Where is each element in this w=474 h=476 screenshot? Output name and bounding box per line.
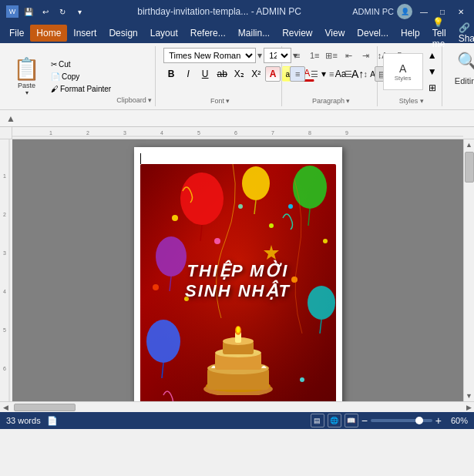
- vertical-scrollbar: ▲ ▼: [463, 139, 474, 401]
- document-scroll-area[interactable]: THIỆP MỜI SINH NHẬT: [12, 139, 463, 401]
- svg-point-20: [293, 166, 327, 209]
- menu-review[interactable]: Review: [276, 25, 318, 42]
- menu-help[interactable]: Help: [395, 25, 426, 42]
- clipboard-sub-buttons: ✂ Cut 📄 Copy 🖌 Format Painter: [45, 48, 115, 105]
- paste-label: Paste: [18, 82, 35, 89]
- find-replace-button[interactable]: 🔍: [450, 48, 474, 75]
- horizontal-scrollbar: ◀ ▶: [0, 401, 474, 412]
- ribbon-group-paragraph: ≡ 1≡ ⊞≡ ⇤ ⇥ ↕A ¶ ≡ ☰ ≡ ☰ ↕ ▤ ⊞: [285, 46, 378, 106]
- font-name-select[interactable]: Times New Roman: [163, 48, 256, 63]
- document-info-icon[interactable]: 📄: [47, 416, 58, 426]
- paste-button[interactable]: 📋 Paste ▾: [8, 48, 45, 105]
- svg-text:3: 3: [123, 130, 126, 136]
- zoom-minus-icon[interactable]: −: [361, 414, 368, 427]
- svg-text:2: 2: [3, 212, 6, 217]
- styles-label: Styles: [395, 75, 412, 82]
- scroll-up-button[interactable]: ▲: [464, 139, 475, 150]
- redo-btn[interactable]: ↻: [55, 5, 69, 18]
- multilevel-list-button[interactable]: ⊞≡: [324, 48, 339, 63]
- menu-design[interactable]: Design: [103, 25, 143, 42]
- menu-share[interactable]: 🔗 Share: [452, 19, 474, 47]
- align-center-button[interactable]: ☰: [307, 66, 322, 82]
- customize-btn[interactable]: ▾: [72, 5, 86, 18]
- print-layout-button[interactable]: ▤: [311, 414, 324, 427]
- decrease-indent-button[interactable]: ⇤: [341, 48, 356, 63]
- close-btn[interactable]: ✕: [454, 5, 468, 18]
- undo-btn[interactable]: ↩: [39, 5, 52, 18]
- numbering-button[interactable]: 1≡: [307, 48, 322, 63]
- svg-point-36: [269, 223, 274, 228]
- styles-expand[interactable]: ⊞: [425, 80, 440, 96]
- underline-button[interactable]: U: [197, 66, 213, 82]
- scroll-left-button[interactable]: ◀: [0, 402, 11, 413]
- line-spacing-button[interactable]: ↕: [358, 66, 373, 82]
- svg-text:7: 7: [271, 130, 274, 136]
- menu-references[interactable]: Refere...: [184, 25, 232, 42]
- word-count: 33 words: [6, 416, 41, 425]
- justify-button[interactable]: ☰: [341, 66, 356, 82]
- paragraph-group-label: Paragraph ▾: [312, 96, 351, 105]
- scroll-down-button[interactable]: ▼: [464, 391, 475, 401]
- admin-info: ADMIN PC 👤: [352, 4, 412, 19]
- format-painter-button[interactable]: 🖌 Format Painter: [47, 83, 115, 95]
- zoom-slider[interactable]: [371, 419, 432, 422]
- title-bar-title: birthday-invitation-templa... - ADMIN PC: [91, 6, 348, 17]
- quick-save-btn[interactable]: 💾: [22, 5, 35, 18]
- superscript-button[interactable]: X²: [248, 66, 264, 82]
- ruler-scrollbar-spacer: [463, 127, 474, 139]
- svg-point-39: [323, 239, 328, 243]
- text-effects-button[interactable]: A: [265, 66, 281, 82]
- web-layout-button[interactable]: 🌐: [328, 414, 341, 427]
- zoom-plus-icon[interactable]: +: [435, 414, 442, 427]
- zoom-level[interactable]: 60%: [445, 416, 468, 425]
- copy-button[interactable]: 📄 Copy: [47, 71, 115, 82]
- editing-label: Editing: [455, 76, 474, 85]
- ribbon-expand-icon[interactable]: ▲: [6, 113, 15, 124]
- menu-layout[interactable]: Layout: [144, 25, 184, 42]
- h-scroll-thumb[interactable]: [14, 404, 76, 411]
- ribbon-group-clipboard: 📋 Paste ▾ ✂ Cut 📄 Copy 🖌 Format Painter …: [5, 46, 156, 106]
- zoom-thumb[interactable]: [415, 417, 423, 424]
- svg-text:4: 4: [3, 289, 6, 294]
- bullets-button[interactable]: ≡: [290, 48, 305, 63]
- cut-button[interactable]: ✂ Cut: [47, 59, 115, 70]
- align-right-button[interactable]: ≡: [324, 66, 339, 82]
- strikethrough-button[interactable]: ab: [214, 66, 230, 82]
- menu-file[interactable]: File: [3, 25, 30, 42]
- read-mode-button[interactable]: 📖: [345, 414, 358, 427]
- svg-text:1: 1: [49, 130, 52, 136]
- subscript-button[interactable]: X₂: [231, 66, 247, 82]
- menu-insert[interactable]: Insert: [67, 25, 103, 42]
- font-name-dropdown-icon[interactable]: ▾: [257, 50, 262, 61]
- ribbon: 📋 Paste ▾ ✂ Cut 📄 Copy 🖌 Format Painter …: [0, 43, 474, 127]
- ribbon-bottom-bar: ▲: [0, 109, 474, 126]
- paste-icon: 📋: [13, 56, 40, 82]
- menu-home[interactable]: Home: [30, 25, 67, 42]
- italic-button[interactable]: I: [180, 66, 196, 82]
- styles-group-label: Styles ▾: [399, 96, 424, 105]
- svg-point-24: [242, 166, 270, 200]
- scroll-thumb[interactable]: [465, 152, 474, 183]
- card-title: THIỆP MỜI SINH NHẬT: [185, 261, 291, 301]
- svg-point-35: [291, 277, 298, 283]
- svg-text:6: 6: [3, 366, 6, 371]
- svg-point-26: [156, 236, 187, 277]
- paragraph-group-content: ≡ 1≡ ⊞≡ ⇤ ⇥ ↕A ¶ ≡ ☰ ≡ ☰ ↕ ▤ ⊞: [290, 48, 372, 96]
- title-bar: W 💾 ↩ ↻ ▾ birthday-invitation-templa... …: [0, 0, 474, 23]
- menu-developer[interactable]: Devel...: [351, 25, 395, 42]
- styles-scroll-down[interactable]: ▼: [425, 64, 440, 79]
- styles-scroll-up[interactable]: ▲: [425, 48, 440, 63]
- ribbon-group-editing: 🔍 Editing: [445, 46, 474, 106]
- svg-point-28: [146, 320, 180, 363]
- menu-mailings[interactable]: Mailin...: [232, 25, 276, 42]
- menu-view[interactable]: View: [319, 25, 351, 42]
- bold-button[interactable]: B: [163, 66, 179, 82]
- text-cursor: [140, 153, 141, 164]
- paste-dropdown-icon[interactable]: ▾: [25, 89, 29, 96]
- font-name-row: Times New Roman ▾ 12 ▾: [163, 48, 298, 63]
- styles-gallery-item[interactable]: A Styles: [383, 53, 423, 90]
- svg-text:5: 5: [3, 327, 6, 333]
- align-left-button[interactable]: ≡: [290, 66, 305, 82]
- increase-indent-button[interactable]: ⇥: [358, 48, 373, 63]
- scroll-right-button[interactable]: ▶: [463, 402, 474, 413]
